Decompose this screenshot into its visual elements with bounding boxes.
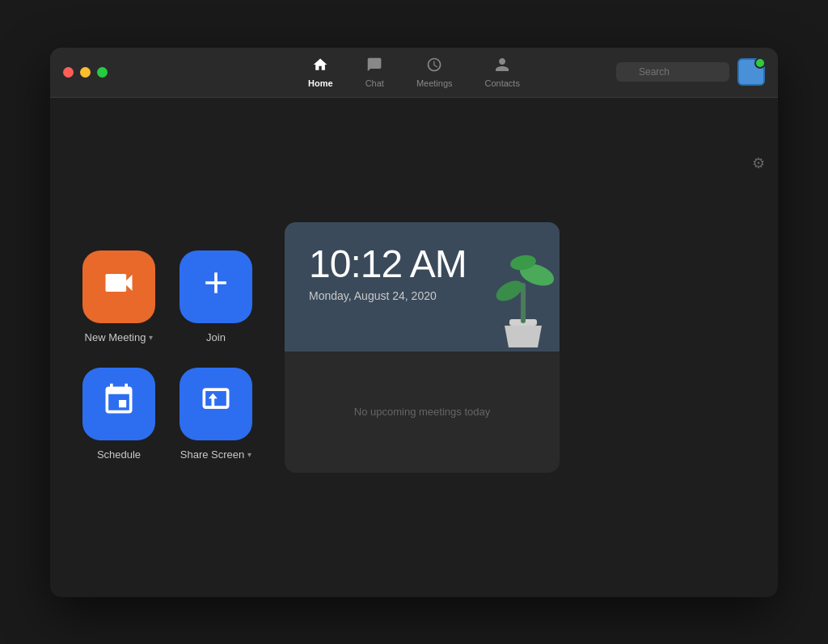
tab-contacts[interactable]: Contacts bbox=[469, 52, 536, 93]
new-meeting-wrapper[interactable]: New Meeting ▾ bbox=[82, 250, 155, 343]
share-screen-button[interactable] bbox=[180, 368, 252, 440]
chat-icon bbox=[366, 57, 382, 75]
button-row-2: Schedule Share Screen ▾ bbox=[82, 368, 252, 461]
left-panel: New Meeting ▾ Join bbox=[82, 114, 252, 581]
search-wrapper: 🔍 bbox=[616, 62, 729, 82]
new-meeting-chevron: ▾ bbox=[149, 333, 153, 342]
join-label: Join bbox=[206, 331, 226, 343]
home-icon bbox=[312, 57, 328, 75]
minimize-button[interactable] bbox=[80, 67, 91, 78]
join-wrapper[interactable]: Join bbox=[180, 250, 252, 343]
share-screen-icon bbox=[198, 382, 234, 425]
share-screen-label: Share Screen ▾ bbox=[180, 448, 252, 461]
svg-marker-1 bbox=[505, 326, 542, 347]
schedule-label: Schedule bbox=[97, 448, 141, 461]
tab-home-label: Home bbox=[308, 78, 333, 88]
right-panel: 10:12 AM Monday, August 24, 2020 bbox=[285, 114, 746, 581]
schedule-button[interactable] bbox=[82, 368, 155, 440]
no-meetings-text: No upcoming meetings today bbox=[354, 406, 490, 418]
titlebar-right: 🔍 bbox=[616, 58, 765, 86]
camera-icon bbox=[101, 265, 137, 308]
traffic-lights bbox=[63, 67, 108, 78]
plant-decoration bbox=[487, 238, 560, 351]
clock-section: 10:12 AM Monday, August 24, 2020 bbox=[285, 222, 560, 351]
main-content: New Meeting ▾ Join bbox=[50, 98, 778, 597]
tab-meetings-label: Meetings bbox=[416, 78, 453, 88]
tab-contacts-label: Contacts bbox=[485, 78, 520, 88]
nav-tabs: Home Chat Meetings bbox=[292, 52, 536, 93]
calendar-widget: 10:12 AM Monday, August 24, 2020 bbox=[285, 222, 560, 473]
tab-meetings[interactable]: Meetings bbox=[400, 52, 469, 93]
new-meeting-button[interactable] bbox=[82, 250, 155, 323]
meetings-icon bbox=[426, 57, 442, 75]
button-row-1: New Meeting ▾ Join bbox=[82, 250, 252, 343]
plus-icon bbox=[198, 265, 234, 308]
search-input[interactable] bbox=[616, 62, 729, 82]
maximize-button[interactable] bbox=[97, 67, 108, 78]
join-button[interactable] bbox=[180, 250, 252, 323]
calendar-icon bbox=[101, 382, 137, 425]
tab-chat[interactable]: Chat bbox=[349, 52, 400, 93]
avatar[interactable] bbox=[737, 58, 765, 86]
tab-home[interactable]: Home bbox=[292, 52, 349, 93]
tab-chat-label: Chat bbox=[365, 78, 384, 88]
titlebar: Home Chat Meetings bbox=[50, 48, 778, 98]
schedule-wrapper[interactable]: Schedule bbox=[82, 368, 155, 461]
share-screen-wrapper[interactable]: Share Screen ▾ bbox=[180, 368, 252, 461]
app-window: Home Chat Meetings bbox=[50, 48, 778, 597]
new-meeting-label: New Meeting ▾ bbox=[85, 331, 154, 343]
settings-gear[interactable]: ⚙ bbox=[752, 154, 765, 172]
meetings-section: No upcoming meetings today bbox=[285, 351, 560, 473]
share-screen-chevron: ▾ bbox=[247, 450, 251, 459]
contacts-icon bbox=[494, 57, 510, 75]
close-button[interactable] bbox=[63, 67, 74, 78]
